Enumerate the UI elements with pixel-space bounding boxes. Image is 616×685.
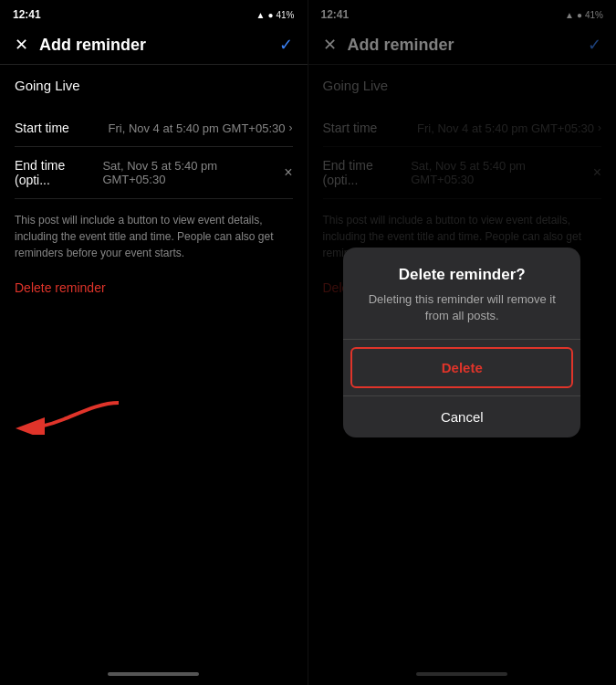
end-time-label-left: End time (opti... [15,158,102,187]
start-time-label-left: Start time [15,121,69,135]
header-left: ✕ Add reminder ✓ [0,26,308,65]
dialog-delete-button[interactable]: Delete [350,347,573,388]
dialog-title: Delete reminder? [358,266,566,284]
signal-icon: ▲ [256,10,266,20]
status-icons-left: ▲ ● 41% [256,10,295,20]
status-time-left: 12:41 [13,8,41,21]
confirm-icon-left[interactable]: ✓ [279,35,293,55]
info-text-left: This post will include a button to view … [15,212,293,261]
page-title-left: Add reminder [39,36,146,55]
clear-end-time-left[interactable]: × [284,164,292,181]
event-title-left: Going Live [15,78,293,93]
right-panel: 12:41 ▲ ● 41% ✕ Add reminder ✓ Going Liv… [308,0,617,685]
bottom-bar-left [0,667,308,685]
wifi-icon: ● [267,10,273,20]
dialog-body: Delete reminder? Deleting this reminder … [343,248,580,339]
delete-reminder-button-left[interactable]: Delete reminder [15,280,106,295]
dialog-overlay: Delete reminder? Deleting this reminder … [308,0,617,685]
end-time-value-left: Sat, Nov 5 at 5:40 pm GMT+05:30 × [102,159,292,186]
delete-dialog: Delete reminder? Deleting this reminder … [343,248,580,437]
dialog-cancel-button[interactable]: Cancel [343,395,580,437]
end-time-row-left[interactable]: End time (opti... Sat, Nov 5 at 5:40 pm … [15,147,293,199]
dialog-message: Deleting this reminder will remove it fr… [358,291,566,324]
dialog-buttons: Delete Cancel [343,339,580,437]
home-indicator-left [108,672,199,676]
chevron-icon-start-left: › [289,121,293,134]
battery-icon: 41% [276,10,294,20]
content-left: Going Live Start time Fri, Nov 4 at 5:40… [0,65,308,667]
start-time-row-left[interactable]: Start time Fri, Nov 4 at 5:40 pm GMT+05:… [15,110,293,147]
status-bar-left: 12:41 ▲ ● 41% [0,0,308,26]
close-icon-left[interactable]: ✕ [15,35,28,55]
start-time-value-left: Fri, Nov 4 at 5:40 pm GMT+05:30 › [109,121,293,135]
left-panel: 12:41 ▲ ● 41% ✕ Add reminder ✓ Going Liv… [0,0,308,685]
header-left-group: ✕ Add reminder [15,35,146,55]
